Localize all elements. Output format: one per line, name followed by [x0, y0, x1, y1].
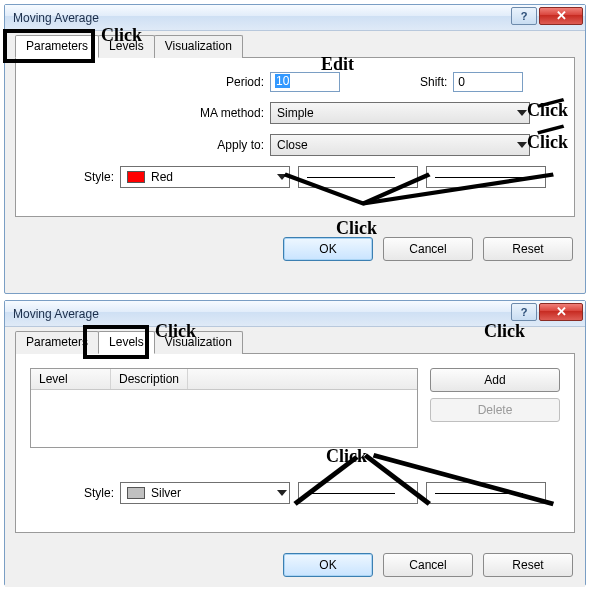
reset-button[interactable]: Reset	[483, 553, 573, 577]
label-apply-to: Apply to:	[30, 138, 270, 152]
button-row: OK Cancel Reset	[5, 543, 585, 587]
tab-bar: Parameters Levels Visualization	[15, 35, 575, 58]
chevron-down-icon	[517, 110, 527, 116]
cancel-button[interactable]: Cancel	[383, 553, 473, 577]
cancel-button[interactable]: Cancel	[383, 237, 473, 261]
col-description[interactable]: Description	[111, 369, 188, 389]
button-row: OK Cancel Reset	[5, 227, 585, 271]
delete-button: Delete	[430, 398, 560, 422]
tab-parameters[interactable]: Parameters	[15, 35, 99, 58]
tab-visualization[interactable]: Visualization	[154, 35, 243, 58]
tab-panel-parameters: Edit Click Click Period: 10 Shift: MA me…	[15, 57, 575, 217]
ok-button[interactable]: OK	[283, 553, 373, 577]
label-style: Style:	[30, 486, 120, 500]
label-shift: Shift:	[420, 75, 447, 89]
close-button[interactable]: ✕	[539, 7, 583, 25]
titlebar[interactable]: Moving Average ? ✕	[5, 301, 585, 327]
color-swatch	[127, 171, 145, 183]
levels-table[interactable]: Level Description	[30, 368, 418, 448]
moving-average-dialog-parameters: Moving Average ? ✕ Click Parameters Leve…	[4, 4, 586, 294]
style-linetype-select[interactable]	[298, 482, 418, 504]
tab-visualization[interactable]: Visualization	[154, 331, 243, 354]
tab-levels[interactable]: Levels	[98, 35, 155, 58]
style-color-select[interactable]: Red	[120, 166, 290, 188]
chevron-down-icon	[277, 490, 287, 496]
col-level[interactable]: Level	[31, 369, 111, 389]
moving-average-dialog-levels: Moving Average ? ✕ Click Click Parameter…	[4, 300, 586, 586]
help-button[interactable]: ?	[511, 303, 537, 321]
close-button[interactable]: ✕	[539, 303, 583, 321]
label-ma-method: MA method:	[30, 106, 270, 120]
shift-input[interactable]	[453, 72, 523, 92]
window-title: Moving Average	[13, 11, 509, 25]
tab-bar: Parameters Levels Visualization	[15, 331, 575, 354]
style-linewidth-select[interactable]	[426, 482, 546, 504]
chevron-down-icon	[517, 142, 527, 148]
period-input[interactable]: 10	[270, 72, 340, 92]
svg-line-1	[538, 126, 564, 133]
style-linewidth-select[interactable]	[426, 166, 546, 188]
ok-button[interactable]: OK	[283, 237, 373, 261]
annotation-click-style: Click	[326, 446, 367, 467]
tab-panel-levels: Level Description Add Delete Click Style…	[15, 353, 575, 533]
add-button[interactable]: Add	[430, 368, 560, 392]
style-color-select[interactable]: Silver	[120, 482, 290, 504]
style-linetype-select[interactable]	[298, 166, 418, 188]
apply-to-select[interactable]: Close	[270, 134, 530, 156]
ma-method-select[interactable]: Simple	[270, 102, 530, 124]
reset-button[interactable]: Reset	[483, 237, 573, 261]
label-style: Style:	[30, 170, 120, 184]
titlebar[interactable]: Moving Average ? ✕	[5, 5, 585, 31]
chevron-down-icon	[277, 174, 287, 180]
tab-levels[interactable]: Levels	[98, 331, 155, 354]
color-swatch	[127, 487, 145, 499]
help-button[interactable]: ?	[511, 7, 537, 25]
tab-parameters[interactable]: Parameters	[15, 331, 99, 354]
window-title: Moving Average	[13, 307, 509, 321]
label-period: Period:	[30, 75, 270, 89]
